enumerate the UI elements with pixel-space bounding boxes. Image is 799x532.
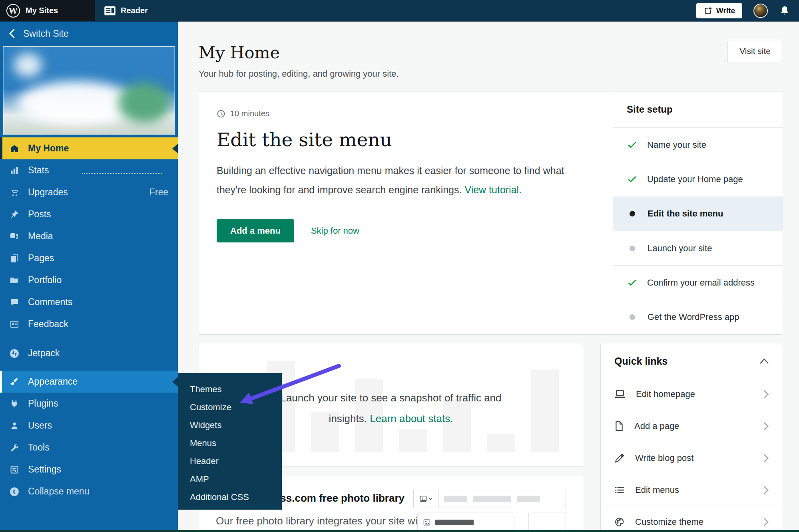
media-icon	[9, 232, 20, 241]
sidebar-item-label: Collapse menu	[28, 486, 89, 497]
quick-links-card: Quick links Edit homepage Add a page	[600, 344, 783, 532]
quick-link-edit-menus[interactable]: Edit menus	[601, 474, 783, 506]
flyout-item-additional-css[interactable]: Additional CSS	[178, 488, 282, 506]
flyout-item-menus[interactable]: Menus	[178, 434, 282, 452]
sidebar-item-label: Feedback	[28, 319, 68, 330]
sliders-icon	[9, 465, 20, 474]
placeholder-pill	[517, 496, 540, 502]
quick-link-add-a-page[interactable]: Add a page	[601, 410, 783, 442]
image-icon	[420, 495, 427, 502]
stats-message-line2: insights.	[329, 413, 367, 425]
site-setup-checklist: Site setup Name your site Update your Ho…	[613, 91, 783, 334]
masthead-my-sites-tab[interactable]: W My Sites	[0, 0, 95, 21]
flyout-item-themes[interactable]: Themes	[178, 380, 282, 398]
sidebar-separator	[0, 335, 178, 342]
sidebar-collapse-menu[interactable]: Collapse menu	[0, 480, 178, 502]
ghost-bar	[399, 429, 427, 452]
masthead-reader-tab[interactable]: Reader	[95, 0, 157, 21]
sidebar-item-upgrades[interactable]: Upgrades Free	[0, 181, 178, 203]
sidebar-item-pages[interactable]: Pages	[0, 247, 178, 269]
illustration-dropdown	[417, 512, 513, 532]
sidebar-item-label: Plugins	[28, 398, 58, 409]
site-preview-thumbnail[interactable]	[3, 46, 175, 135]
bell-icon[interactable]	[779, 5, 790, 16]
sidebar-item-label: Users	[28, 420, 52, 431]
avatar[interactable]	[753, 4, 768, 18]
folder-icon	[9, 276, 20, 285]
quick-link-write-blog-post[interactable]: Write blog post	[601, 442, 783, 474]
jetpack-icon	[9, 348, 20, 359]
cart-icon	[9, 188, 20, 197]
setup-item-get-wordpress-app[interactable]: Get the WordPress app	[613, 300, 783, 334]
chevron-right-icon	[763, 421, 769, 431]
view-tutorial-link[interactable]: View tutorial.	[464, 184, 522, 195]
wordpress-logo: W	[6, 4, 20, 18]
sidebar-item-label: Jetpack	[28, 348, 60, 359]
setup-item-label: Launch your site	[648, 243, 712, 254]
sidebar-item-jetpack[interactable]: Jetpack	[0, 342, 178, 364]
quick-link-customize-theme[interactable]: Customize theme	[601, 506, 783, 532]
chevron-up-icon[interactable]	[759, 358, 769, 364]
sidebar-item-users[interactable]: Users	[0, 415, 178, 437]
sidebar-item-media[interactable]: Media	[0, 225, 178, 247]
home-icon	[9, 144, 20, 153]
quick-link-label: Write blog post	[635, 453, 693, 463]
pending-step-bullet	[630, 314, 635, 320]
page-subtitle: Your hub for posting, editing, and growi…	[199, 69, 399, 79]
palette-icon	[614, 517, 625, 527]
flyout-item-amp[interactable]: AMP	[178, 470, 282, 488]
sidebar-item-my-home[interactable]: My Home	[0, 137, 178, 159]
setup-item-edit-site-menu[interactable]: Edit the site menu	[613, 197, 783, 231]
selected-notch	[172, 144, 178, 153]
visit-site-button[interactable]: Visit site	[727, 40, 783, 62]
flyout-connector-notch	[172, 377, 178, 387]
setup-item-label: Update your Home page	[647, 174, 743, 185]
chevron-down-icon	[428, 497, 432, 500]
sidebar-item-feedback[interactable]: Feedback	[0, 313, 178, 335]
check-icon	[627, 139, 638, 150]
setup-item-update-home-page[interactable]: Update your Home page	[613, 162, 783, 196]
stats-sparkline-placeholder	[82, 173, 162, 174]
sidebar-item-portfolio[interactable]: Portfolio	[0, 269, 178, 291]
flyout-item-customize[interactable]: Customize	[178, 398, 282, 416]
setup-item-label: Name your site	[647, 140, 706, 150]
quick-links-title: Quick links	[614, 355, 667, 367]
media-picker-illustration	[413, 490, 566, 532]
sidebar-item-label: Posts	[28, 209, 51, 220]
sidebar-item-appearance[interactable]: Appearance	[0, 371, 178, 393]
bottom-edge-strip	[0, 530, 799, 532]
sidebar-item-label: Upgrades	[28, 187, 68, 198]
setup-item-name-your-site[interactable]: Name your site	[613, 127, 783, 162]
upgrades-plan-badge: Free	[149, 187, 168, 198]
quick-link-edit-homepage[interactable]: Edit homepage	[601, 378, 783, 410]
write-button[interactable]: Write	[696, 3, 742, 18]
my-sites-label: My Sites	[26, 6, 58, 15]
sidebar-item-plugins[interactable]: Plugins	[0, 393, 178, 415]
illustration-panel	[528, 512, 566, 532]
collapse-icon	[9, 486, 20, 497]
sidebar-item-tools[interactable]: Tools	[0, 437, 178, 459]
placeholder-pill	[444, 496, 467, 502]
sidebar-item-comments[interactable]: Comments	[0, 291, 178, 313]
sidebar-item-posts[interactable]: Posts	[0, 203, 178, 225]
task-duration-label: 10 minutes	[230, 109, 269, 118]
add-a-menu-button[interactable]: Add a menu	[217, 219, 294, 242]
chevron-right-icon	[763, 389, 769, 399]
feedback-icon	[9, 320, 20, 329]
flyout-item-header[interactable]: Header	[178, 452, 282, 470]
site-setup-task-card: 10 minutes Edit the site menu Building a…	[199, 91, 783, 335]
learn-about-stats-link[interactable]: Learn about stats.	[370, 413, 453, 425]
pending-step-bullet	[630, 246, 635, 251]
sidebar-item-label: Appearance	[28, 376, 78, 387]
list-icon	[614, 485, 625, 495]
flyout-item-widgets[interactable]: Widgets	[178, 416, 282, 434]
sidebar-item-stats[interactable]: Stats	[0, 159, 178, 181]
setup-item-confirm-email[interactable]: Confirm your email address	[613, 265, 783, 300]
pushpin-icon	[9, 210, 20, 219]
quick-link-label: Edit homepage	[636, 389, 695, 399]
skip-for-now-link[interactable]: Skip for now	[311, 226, 359, 236]
switch-site-button[interactable]: Switch Site	[0, 22, 178, 46]
setup-item-launch-your-site[interactable]: Launch your site	[613, 231, 783, 265]
sidebar-item-settings[interactable]: Settings	[0, 459, 178, 480]
task-title: Edit the site menu	[217, 129, 594, 151]
